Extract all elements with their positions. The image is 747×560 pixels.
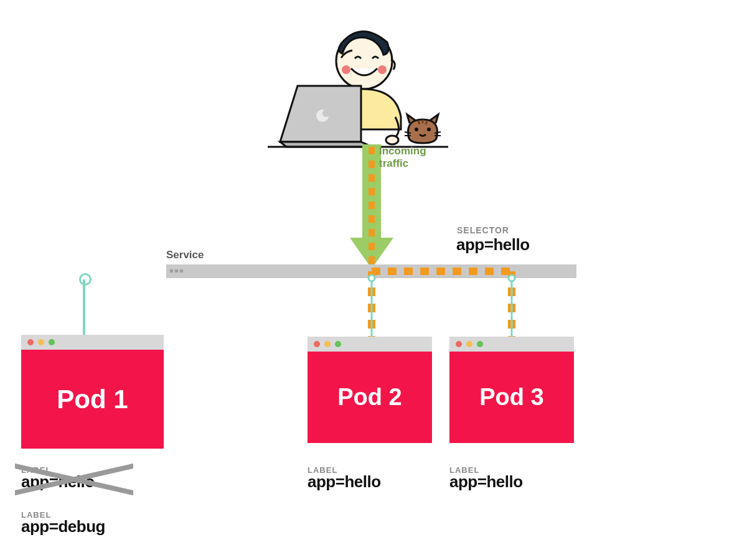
label-value: app=hello	[21, 472, 95, 492]
selector-caption: SELECTOR	[457, 225, 509, 235]
svg-point-6	[415, 128, 418, 131]
window-chrome-icon	[449, 337, 574, 352]
pod-1-label-old: LABEL app=hello	[21, 465, 95, 492]
label-value: app=debug	[21, 517, 105, 536]
traffic-label: Incoming traffic	[379, 145, 426, 169]
window-chrome-icon	[21, 335, 164, 350]
pod-1: Pod 1	[21, 335, 164, 449]
pod-1-label-new: LABEL app=debug	[21, 510, 105, 536]
svg-point-1	[342, 65, 350, 74]
diagram-root: Incoming traffic Service SELECTOR app=he…	[0, 0, 747, 560]
pod-2: Pod 2	[308, 337, 432, 443]
svg-point-12	[369, 275, 375, 281]
svg-point-14	[509, 275, 515, 281]
pod-3: Pod 3	[449, 337, 574, 443]
window-chrome-icon	[308, 337, 432, 352]
pod-2-label: LABEL app=hello	[308, 465, 381, 492]
user-icon	[268, 24, 448, 148]
pod-2-title: Pod 2	[308, 352, 432, 443]
svg-point-2	[378, 65, 387, 74]
svg-point-5	[322, 110, 330, 117]
pod1-detached-connector-icon	[79, 273, 92, 286]
label-value: app=hello	[308, 472, 381, 492]
svg-point-7	[427, 128, 431, 131]
svg-point-3	[386, 136, 398, 144]
pod-1-title: Pod 1	[21, 350, 164, 449]
label-value: app=hello	[449, 472, 523, 492]
pod-3-label: LABEL app=hello	[449, 465, 523, 492]
pod1-detached-stem	[83, 279, 85, 335]
pod-3-title: Pod 3	[449, 352, 574, 443]
selector-value: app=hello	[456, 235, 530, 254]
service-title: Service	[166, 249, 204, 261]
